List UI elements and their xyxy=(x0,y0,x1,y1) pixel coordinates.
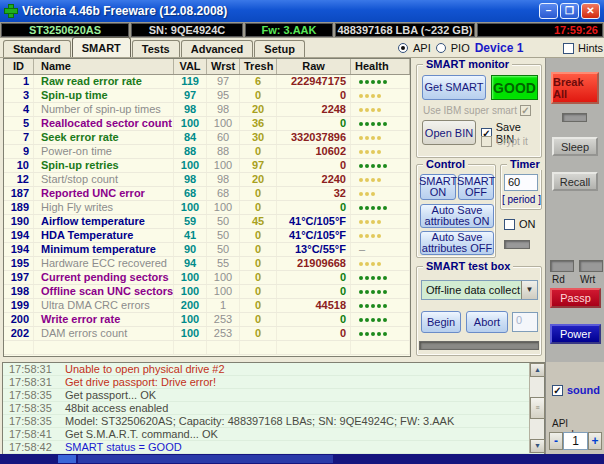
attr-threshold: 0 xyxy=(240,257,277,270)
hints-checkbox[interactable] xyxy=(563,43,574,54)
smart-attribute-row[interactable]: 3Spin-up time979500 xyxy=(4,89,410,103)
test-select[interactable]: Off-line data collect ▼ xyxy=(421,280,538,300)
smart-attribute-row[interactable]: 5Reallocated sector count100100360 xyxy=(4,117,410,131)
abort-button[interactable]: Abort xyxy=(466,311,508,333)
attr-name: Offline scan UNC sectors xyxy=(34,285,174,298)
attr-val: 68 xyxy=(174,187,207,200)
log-scrollbar[interactable]: ▲ ≡ ▼ xyxy=(529,363,544,453)
attr-worst: 50 xyxy=(207,243,240,256)
attr-worst: 55 xyxy=(207,257,240,270)
attr-val: 200 xyxy=(174,299,207,312)
passport-button[interactable]: Passp xyxy=(550,288,601,308)
attr-raw: 0 xyxy=(277,271,351,284)
smart-attribute-row[interactable]: 10Spin-up retries100100970 xyxy=(4,159,410,173)
power-button[interactable]: Power xyxy=(550,324,601,344)
scroll-up-icon[interactable]: ▲ xyxy=(530,363,545,377)
smart-attribute-row[interactable]: 12Start/stop count9898202240 xyxy=(4,173,410,187)
attr-val: 97 xyxy=(174,89,207,102)
smart-attribute-row[interactable]: 194HDA Temperature4150041°C/105°F xyxy=(4,229,410,243)
api-number-decrement-button[interactable]: - xyxy=(549,432,563,450)
smart-attribute-row[interactable]: 194Minimum temperature9050013°C/55°F– xyxy=(4,243,410,257)
smart-attribute-row[interactable]: 197Current pending sectors10010000 xyxy=(4,271,410,285)
attr-raw: 2240 xyxy=(277,173,351,186)
recall-button[interactable]: Recall xyxy=(552,172,598,191)
smart-attribute-row[interactable]: 199Ultra DMA CRC errors2001044518 xyxy=(4,299,410,313)
log-lines: 17:58:31Unable to open physical drive #2… xyxy=(3,363,544,454)
empty-cell xyxy=(207,341,240,354)
attr-name: HDA Temperature xyxy=(34,229,174,242)
attr-id: 4 xyxy=(4,103,34,116)
attr-name: Power-on time xyxy=(34,145,174,158)
attr-raw: 21909668 xyxy=(277,257,351,270)
smart-attribute-row[interactable]: 7Seek error rate846030332037896 xyxy=(4,131,410,145)
sleep-button[interactable]: Sleep xyxy=(552,137,598,156)
attr-val: 41 xyxy=(174,229,207,242)
tab-standard[interactable]: Standard xyxy=(3,40,71,57)
attr-id: 7 xyxy=(4,131,34,144)
health-dot xyxy=(359,276,363,280)
smart-attribute-row[interactable]: 190Airflow temperature59504541°C/105°F xyxy=(4,215,410,229)
get-smart-button[interactable]: Get SMART xyxy=(422,75,486,100)
tab-setup[interactable]: Setup xyxy=(254,40,305,57)
open-bin-button[interactable]: Open BIN xyxy=(422,120,476,145)
health-dot xyxy=(359,234,363,238)
log-timestamp: 17:58:31 xyxy=(3,376,65,388)
minimize-button[interactable]: – xyxy=(539,3,558,19)
smart-attribute-row[interactable]: 202DAM errors count10025300 xyxy=(4,327,410,341)
attr-id: 5 xyxy=(4,117,34,130)
smart-attribute-row[interactable]: 195Hardware ECC recovered9455021909668 xyxy=(4,257,410,271)
smart-attribute-row[interactable]: 4Number of spin-up times9898202248 xyxy=(4,103,410,117)
tab-smart[interactable]: SMART xyxy=(72,37,131,57)
attr-id: 198 xyxy=(4,285,34,298)
pio-radio[interactable] xyxy=(436,43,446,53)
empty-row xyxy=(4,341,410,355)
api-number-increment-button[interactable]: + xyxy=(588,432,602,450)
smart-attribute-row[interactable]: 187Reported UNC error6868032 xyxy=(4,187,410,201)
attr-health xyxy=(351,159,410,172)
timer-value-input[interactable]: 60 xyxy=(504,174,538,191)
attr-raw: 222947175 xyxy=(277,75,351,88)
attr-name: Seek error rate xyxy=(34,131,174,144)
autosave-off-button[interactable]: Auto Save attributes OFF xyxy=(420,231,494,255)
control-title: Control xyxy=(423,158,468,170)
smart-attribute-row[interactable]: 198Offline scan UNC sectors10010000 xyxy=(4,285,410,299)
tab-tests[interactable]: Tests xyxy=(132,40,180,57)
attr-raw: 0 xyxy=(277,89,351,102)
dropdown-arrow-icon[interactable]: ▼ xyxy=(521,281,537,299)
smart-attribute-row[interactable]: 189High Fly writes10010000 xyxy=(4,201,410,215)
break-all-button[interactable]: Break All xyxy=(551,72,599,104)
tab-advanced[interactable]: Advanced xyxy=(181,40,254,57)
smart-on-button[interactable]: SMART ON xyxy=(420,174,456,200)
smart-off-button[interactable]: SMART OFF xyxy=(458,174,494,200)
attr-name: Minimum temperature xyxy=(34,243,174,256)
close-button[interactable]: ✕ xyxy=(581,3,600,19)
attr-threshold: 0 xyxy=(240,313,277,326)
timer-led xyxy=(504,240,530,249)
attr-id: 9 xyxy=(4,145,34,158)
attr-raw: 0 xyxy=(277,117,351,130)
autosave-on-button[interactable]: Auto Save attributes ON xyxy=(420,204,494,228)
crypt-it-label: Crypt it xyxy=(496,136,528,147)
maximize-button[interactable]: ❐ xyxy=(560,3,579,19)
health-dot xyxy=(365,206,369,210)
health-dot xyxy=(377,94,381,98)
pio-radio-label: PIO xyxy=(451,42,470,54)
smart-attribute-row[interactable]: 200Write error rate10025300 xyxy=(4,313,410,327)
smart-attribute-row[interactable]: 1Raw read error rate119976222947175 xyxy=(4,75,410,89)
scroll-down-icon[interactable]: ▼ xyxy=(530,439,545,453)
health-dot xyxy=(359,332,363,336)
timer-period-label: [ period ] xyxy=(502,194,541,205)
timer-on-checkbox[interactable] xyxy=(504,219,515,230)
attr-worst: 100 xyxy=(207,285,240,298)
api-radio[interactable] xyxy=(398,43,408,53)
attr-threshold: 97 xyxy=(240,159,277,172)
health-dot xyxy=(371,206,375,210)
log-line: 17:58:31Unable to open physical drive #2 xyxy=(3,363,544,376)
attr-name: Spin-up retries xyxy=(34,159,174,172)
sound-checkbox[interactable]: ✓ xyxy=(552,385,563,396)
smart-attribute-row[interactable]: 9Power-on time8888010602 xyxy=(4,145,410,159)
attr-id: 3 xyxy=(4,89,34,102)
api-number-value[interactable]: 1 xyxy=(563,432,588,450)
begin-button[interactable]: Begin xyxy=(421,311,461,333)
scroll-thumb[interactable]: ≡ xyxy=(530,397,545,419)
